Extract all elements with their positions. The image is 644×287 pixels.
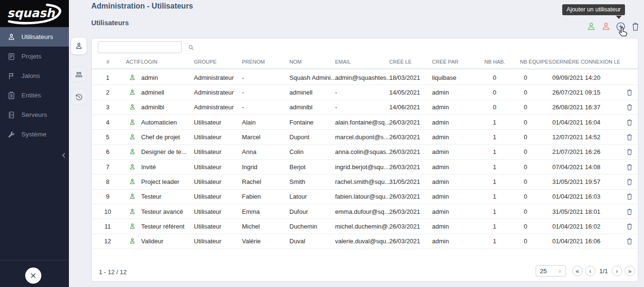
delete-user-button[interactable] — [625, 133, 634, 142]
col-header-prenom[interactable]: PRÉNOM — [242, 59, 289, 65]
nb-equipes-cell: 0 — [520, 104, 552, 111]
sidebar-item-serveurs[interactable]: Serveurs — [0, 105, 69, 124]
delete-user-button[interactable] — [625, 192, 634, 201]
lastname-cell: Duval — [289, 238, 335, 245]
delete-user-button[interactable] — [625, 163, 634, 171]
nb-hab-cell: 1 — [484, 208, 520, 215]
deactivate-user-button[interactable] — [600, 21, 611, 32]
firstname-cell: Michel — [242, 223, 289, 230]
table-row[interactable]: 3 adminlbl Administrateur - adminlbl - 1… — [92, 100, 638, 115]
active-status-cell — [126, 89, 141, 96]
trash-icon — [625, 208, 634, 216]
trash-icon — [625, 148, 634, 156]
actions-cell — [620, 88, 638, 97]
table-row[interactable]: 12 Valideur Utilisateur Valérie Duval va… — [92, 234, 638, 249]
activate-user-button[interactable] — [586, 21, 596, 32]
table-row[interactable]: 1 admin Administrateur - Squash Admini..… — [92, 70, 638, 85]
last-connection-cell: 01/04/2021 16:06 — [552, 238, 620, 245]
sidebar-item-utilisateurs[interactable]: Utilisateurs — [0, 27, 69, 47]
delete-users-button[interactable] — [630, 21, 641, 32]
logout-close-button[interactable] — [25, 268, 41, 284]
col-header-nb-hab[interactable]: NB HAB. — [484, 59, 520, 65]
chevron-down-icon: ∨ — [558, 268, 562, 274]
sidebar-item-label: Serveurs — [21, 111, 47, 118]
delete-user-button[interactable] — [625, 207, 634, 216]
delete-user-button[interactable] — [625, 103, 634, 112]
activate-user-icon — [586, 21, 596, 32]
table-row[interactable]: 7 Invité Utilisateur Ingrid Berjot ingri… — [92, 160, 638, 174]
actions-cell — [620, 163, 638, 171]
trash-icon — [625, 222, 634, 230]
last-page-button[interactable]: » — [625, 266, 635, 276]
delete-user-button[interactable] — [625, 222, 634, 231]
col-header-login[interactable]: LOGIN — [141, 59, 194, 65]
col-header-actif[interactable]: ACTIF — [126, 59, 141, 65]
delete-user-button[interactable] — [625, 88, 634, 97]
login-cell: admin — [141, 74, 194, 81]
created-on-cell: 18/03/2021 — [389, 74, 432, 81]
created-on-cell: 26/03/2021 — [389, 163, 432, 171]
trash-icon — [625, 163, 634, 171]
col-header-cree-par[interactable]: CRÉÉ PAR — [432, 59, 484, 65]
col-header-cree-le[interactable]: CRÉÉ LE — [389, 59, 432, 65]
row-index-cell: 10 — [92, 208, 126, 215]
table-row[interactable]: 10 Testeur avancé Utilisateur Emma Dufou… — [92, 204, 638, 219]
col-header-email[interactable]: EMAIL — [335, 59, 389, 65]
sidebar-item-projets[interactable]: Projets — [0, 47, 69, 66]
sidebar-item-entites[interactable]: Entités — [0, 86, 69, 105]
active-user-icon — [129, 238, 136, 245]
table-row[interactable]: 9 Testeur Utilisateur Fabien Latour fabi… — [92, 190, 638, 204]
col-header-index[interactable]: # — [92, 59, 126, 65]
created-by-cell: admin — [432, 193, 484, 200]
col-header-nb-equipes[interactable]: NB ÉQUIPES — [520, 59, 552, 65]
col-header-derniere-connexion[interactable]: DERNIÈRE CONNEXION LE — [552, 59, 620, 65]
tab-history[interactable] — [71, 88, 87, 105]
login-cell: Project leader — [141, 178, 194, 185]
active-user-icon — [129, 163, 136, 171]
prev-page-button[interactable]: ‹ — [585, 266, 596, 276]
delete-user-button[interactable] — [625, 237, 634, 246]
teams-icon — [75, 70, 83, 79]
table-row[interactable]: 6 Designer de te... Utilisateur Anna Col… — [92, 145, 638, 160]
created-on-cell: 14/06/2021 — [389, 104, 432, 111]
table-row[interactable]: 4 Automaticien Utilisateur Alain Fontain… — [92, 115, 638, 130]
active-user-icon — [129, 104, 136, 111]
sidebar-collapse-button[interactable] — [60, 151, 68, 160]
active-status-cell — [126, 178, 141, 185]
tab-teams[interactable] — [71, 67, 87, 82]
trash-icon — [625, 118, 634, 126]
first-page-button[interactable]: « — [572, 266, 583, 276]
sidebar-item-systeme[interactable]: Système — [0, 124, 69, 144]
table-row[interactable]: 8 Project leader Utilisateur Rachel Smit… — [92, 174, 638, 189]
tab-users[interactable] — [71, 37, 87, 55]
row-index-cell: 2 — [92, 89, 126, 96]
table-row[interactable]: 2 adminell Administrateur - adminell - 1… — [92, 85, 638, 100]
user-icon — [75, 42, 83, 50]
nb-hab-cell: 1 — [484, 238, 520, 245]
add-user-button[interactable] — [615, 21, 626, 32]
actions-cell — [620, 222, 638, 231]
squash-logo-icon: squash — [3, 2, 66, 26]
squash-logo[interactable]: squash — [0, 0, 69, 27]
lastname-cell: Smith — [289, 178, 335, 185]
col-header-groupe[interactable]: GROUPE — [194, 59, 242, 65]
trash-icon — [625, 192, 634, 201]
created-by-cell: admin — [432, 134, 484, 141]
actions-cell — [620, 237, 638, 246]
next-page-button[interactable]: › — [612, 266, 622, 276]
wrench-icon — [7, 130, 16, 139]
page-size-select[interactable]: 25 ∨ — [536, 265, 566, 277]
delete-user-button[interactable] — [625, 118, 634, 126]
search-input[interactable] — [98, 42, 188, 53]
delete-user-button[interactable] — [625, 148, 634, 156]
sidebar-item-jalons[interactable]: Jalons — [0, 66, 69, 86]
table-row[interactable]: 5 Chef de projet Utilisateur Marcel Dupo… — [92, 130, 638, 144]
last-connection-cell: 01/04/2021 16:04 — [552, 119, 620, 126]
group-cell: Utilisateur — [194, 163, 242, 171]
delete-user-button[interactable] — [625, 178, 634, 186]
nb-equipes-cell: 0 — [520, 163, 552, 171]
table-row[interactable]: 11 Testeur référent Utilisateur Michel D… — [92, 219, 638, 234]
created-by-cell: admin — [432, 178, 484, 185]
col-header-nom[interactable]: NOM — [289, 59, 335, 65]
lastname-cell: Berjot — [289, 163, 335, 171]
